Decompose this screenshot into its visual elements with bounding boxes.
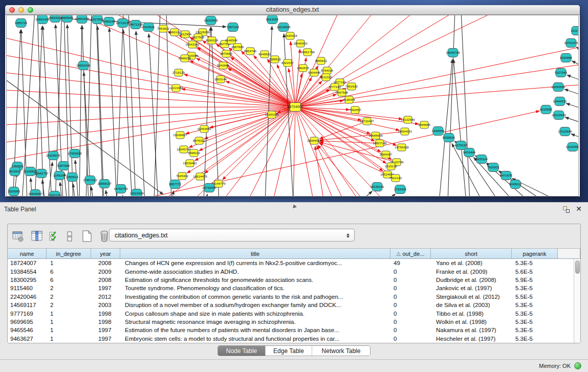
graph-node[interactable]: 10653267 [75,15,89,24]
table-row[interactable]: 2242004622012Investigating the contribut… [8,293,574,301]
graph-node[interactable]: 18807249 [373,140,387,147]
graph-node[interactable]: 16914479 [193,173,207,180]
table-scrollbar[interactable] [574,259,580,343]
graph-node[interactable]: 6497568 [336,89,349,96]
graph-node[interactable]: 7592557 [349,106,362,114]
graph-node[interactable]: 1211745 [571,27,579,35]
graph-node[interactable]: 14136141 [370,183,384,191]
graph-node[interactable]: 18132540 [401,116,415,123]
network-window-titlebar[interactable]: citations_edges.txt [5,5,580,15]
graph-node[interactable]: 1440954 [432,127,445,136]
graph-node[interactable]: 1327602 [91,15,104,24]
table-row[interactable]: 911546021997Tourette syndrome. Phenomeno… [8,284,574,292]
graph-node[interactable]: 9474444 [463,148,476,157]
graph-node[interactable]: 9242848 [217,62,230,69]
graph-node[interactable]: 16039461 [183,160,197,167]
select-columns-icon[interactable] [46,231,61,242]
graph-node[interactable]: 9397588 [57,162,70,170]
graph-node[interactable]: 10688609 [368,132,383,139]
graph-node[interactable]: 12325419 [283,32,297,39]
graph-node[interactable]: 15934567 [28,190,42,196]
close-panel-icon[interactable]: ✕ [576,205,582,213]
table-mode-icon[interactable] [8,231,28,242]
graph-node[interactable]: 9904448 [308,69,321,76]
graph-node[interactable]: 8813054 [266,15,279,24]
graph-node[interactable]: 2526065 [8,187,20,196]
graph-node[interactable]: 3875685 [220,50,233,57]
tab-network-table[interactable]: Network Table [312,346,370,356]
table-body[interactable]: 1872400712008Changes of HCN gene express… [8,259,574,343]
graph-node[interactable]: 7522143 [389,174,402,182]
graph-node[interactable]: 8186328 [206,37,219,44]
column-header-pagerank[interactable]: pagerank [512,249,558,258]
tab-edge-table[interactable]: Edge Table [265,346,312,356]
graph-node[interactable]: 8878312 [193,137,206,144]
graph-node[interactable]: 13942757 [34,169,49,178]
graph-node[interactable]: 20053346 [76,61,91,70]
graph-node[interactable]: 15751074 [564,39,578,48]
table-scrollbar-thumb[interactable] [575,260,580,274]
graph-node[interactable]: 9627506 [192,34,205,41]
graph-node[interactable]: 8471676 [500,171,513,180]
graph-node[interactable]: 17957223 [83,176,97,185]
table-row[interactable]: 969969511998Structural magnetic resonanc… [8,318,574,326]
graph-node[interactable]: 7515526 [142,23,155,32]
graph-node[interactable]: 7857224 [227,23,239,32]
table-row[interactable]: 977716911998Corpus callosum shape and si… [8,309,574,317]
column-header-name[interactable]: name [8,249,47,258]
graph-node[interactable]: 9355724 [15,19,28,28]
graph-node[interactable]: 16648784 [446,49,460,57]
graph-node[interactable]: 3915911 [9,167,21,176]
graph-node[interactable]: 9146821 [258,51,271,58]
table-row[interactable]: 1456911722003Disruption of a novel membe… [8,301,574,309]
graph-node[interactable]: 1588520 [269,56,281,63]
graph-node[interactable]: 7632621 [487,163,500,172]
graph-node[interactable]: 16353593 [197,125,211,133]
graph-node[interactable]: 18640910 [293,40,308,47]
graph-node[interactable]: 16782753 [114,185,128,193]
column-header-in-degree[interactable]: in_degree [47,249,91,258]
graph-node[interactable]: 2935114 [475,155,488,164]
graph-node[interactable]: 9121022 [320,74,333,81]
graph-node[interactable]: 12444151 [553,97,567,106]
column-header-year[interactable]: year [91,249,120,258]
graph-node[interactable]: 15720407 [360,118,374,125]
graph-node[interactable]: 1615132 [385,163,398,170]
graph-node[interactable]: 1350513 [66,173,79,182]
column-header-short[interactable]: short [431,249,512,258]
graph-node[interactable]: 12213383 [169,84,183,92]
graph-node[interactable]: 2803144 [214,76,227,83]
graph-node[interactable]: 9227349 [555,69,568,77]
graph-node[interactable]: 2684067 [380,151,393,158]
graph-node[interactable]: 14671338 [128,20,143,29]
graph-node[interactable]: 17210644 [558,127,572,136]
graph-node[interactable]: 9698222 [188,149,201,157]
graph-node[interactable]: 16543382 [185,41,200,48]
tab-node-table[interactable]: Node Table [218,346,265,356]
graph-node[interactable]: 20691406 [35,15,50,24]
graph-node[interactable]: 19166827 [173,132,187,139]
row-height-icon[interactable] [61,231,78,242]
graph-node[interactable]: 19218506 [276,23,291,32]
graph-node[interactable]: 7855812 [315,57,328,64]
new-column-icon[interactable] [78,230,96,242]
table-row[interactable]: 1872400712008Changes of HCN gene express… [8,259,574,267]
table-row[interactable]: 946362711997Embryonic stem cells: a mode… [8,335,574,343]
graph-node[interactable]: 12100456 [565,143,579,151]
graph-node[interactable]: 5905195 [49,191,61,196]
graph-node[interactable]: 2718129 [172,69,185,76]
graph-node[interactable]: 9329966 [560,54,573,62]
graph-node[interactable]: 16033809 [204,16,218,25]
graph-node[interactable]: 9465546 [61,15,74,23]
graph-node[interactable]: 20206576 [46,151,60,160]
graph-node[interactable]: 1733426 [394,185,407,194]
graph-node[interactable]: 16961758 [300,49,315,56]
graph-node[interactable]: 16210643 [552,111,566,120]
graph-node[interactable]: 7425402 [176,172,189,180]
graph-node[interactable]: 2967608 [231,43,244,51]
graph-node[interactable]: 8454749 [244,48,257,55]
graph-node[interactable]: 16958107 [97,180,112,188]
network-window[interactable]: citations_edges.txt 18724007746382286601… [5,5,580,196]
column-header-out-degree[interactable]: △out_de... [390,249,431,258]
table-row[interactable]: 946554611997Estimation of the future num… [8,326,574,334]
